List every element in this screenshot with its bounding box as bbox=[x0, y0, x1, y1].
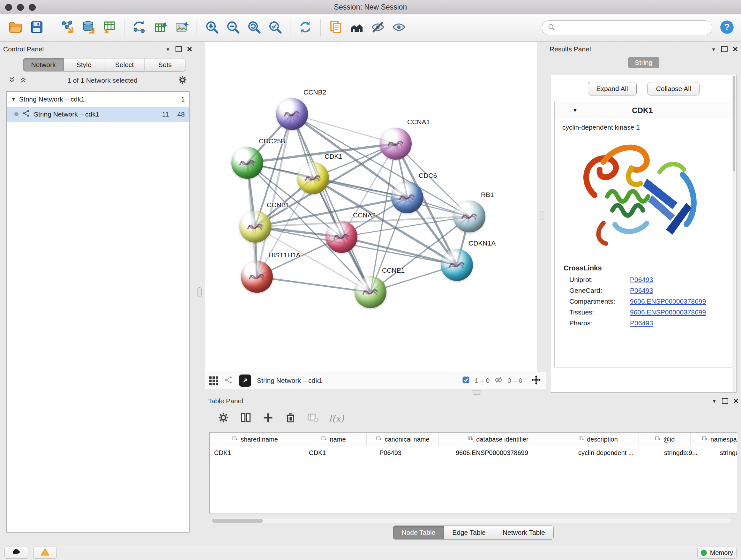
tree-expand-icon[interactable]: ▼ bbox=[11, 97, 16, 102]
column-header[interactable]: description bbox=[557, 433, 639, 446]
annotations-button[interactable] bbox=[326, 18, 346, 38]
network-node-ccna1[interactable] bbox=[380, 128, 412, 160]
panel-float-icon[interactable] bbox=[722, 398, 728, 404]
birdseye-button[interactable] bbox=[347, 18, 367, 38]
tab-select[interactable]: Select bbox=[105, 58, 145, 71]
network-node-cdkn1a[interactable] bbox=[441, 249, 473, 281]
network-node-ccnb2[interactable] bbox=[276, 98, 308, 130]
window-zoom-button[interactable] bbox=[29, 4, 36, 11]
import-table-button[interactable] bbox=[99, 18, 119, 38]
section-expand-icon[interactable]: ▼ bbox=[572, 108, 578, 113]
expand-all-networks-icon[interactable] bbox=[8, 76, 16, 85]
tab-edge-table[interactable]: Edge Table bbox=[444, 525, 494, 540]
network-node-cdc6[interactable] bbox=[391, 181, 423, 213]
network-collection-row[interactable]: ▼ String Network – cdk1 1 bbox=[7, 91, 189, 107]
panel-close-icon[interactable]: × bbox=[187, 46, 192, 52]
cell-canonical-name[interactable]: P06493 bbox=[375, 446, 451, 459]
right-splitter-handle[interactable] bbox=[540, 211, 544, 220]
show-all-button[interactable] bbox=[389, 18, 409, 38]
cloud-status-button[interactable] bbox=[4, 547, 28, 559]
crosslink-pharos-link[interactable]: P06493 bbox=[630, 319, 653, 327]
network-node-ccna2[interactable] bbox=[326, 221, 357, 253]
crosslink-uniprot-link[interactable]: P06493 bbox=[630, 276, 653, 284]
network-options-gear-icon[interactable] bbox=[178, 75, 188, 86]
panel-collapse-icon[interactable]: ▼ bbox=[711, 47, 716, 52]
cell-name[interactable]: CDK1 bbox=[305, 446, 375, 459]
column-header[interactable]: database identifier bbox=[439, 433, 557, 446]
zoom-out-button[interactable] bbox=[223, 18, 243, 38]
left-splitter-handle[interactable] bbox=[197, 287, 202, 297]
delete-table-icon[interactable] bbox=[307, 411, 319, 425]
expand-all-button[interactable]: Expand All bbox=[588, 82, 636, 96]
network-from-table-button[interactable] bbox=[151, 18, 171, 38]
network-node-hist1h1a[interactable] bbox=[241, 261, 273, 293]
selected-checkbox-icon[interactable] bbox=[461, 375, 470, 386]
results-scrollbar[interactable] bbox=[732, 76, 736, 392]
hidden-eye-icon[interactable] bbox=[494, 375, 503, 386]
crosslink-tissues-link[interactable]: 9606.ENSP00000378699 bbox=[630, 308, 706, 316]
add-column-icon[interactable] bbox=[262, 411, 274, 425]
bottom-splitter-handle[interactable] bbox=[472, 390, 481, 395]
network-node-cdk1[interactable] bbox=[297, 162, 329, 194]
cell-description[interactable]: cyclin-dependent ... bbox=[574, 446, 660, 459]
table-horizontal-scrollbar[interactable] bbox=[211, 518, 731, 523]
network-canvas[interactable]: CCNB2CCNA1CDC25BCDK1CDC6RB1CCNB1CCNA2CDK… bbox=[205, 42, 537, 372]
help-button[interactable]: ? bbox=[719, 19, 735, 36]
fit-content-icon[interactable] bbox=[531, 374, 542, 387]
share-view-icon[interactable] bbox=[224, 375, 233, 386]
collapse-all-networks-icon[interactable] bbox=[19, 76, 27, 85]
hide-selection-button[interactable] bbox=[368, 18, 388, 38]
window-minimize-button[interactable] bbox=[17, 4, 24, 11]
save-session-button[interactable] bbox=[27, 18, 47, 38]
panel-float-icon[interactable] bbox=[721, 46, 728, 52]
node-section-header[interactable]: ▼ CDK1 bbox=[555, 102, 733, 119]
table-row[interactable]: CDK1 CDK1 P06493 9606.ENSP00000378699 cy… bbox=[210, 446, 737, 459]
panel-close-icon[interactable]: × bbox=[733, 46, 738, 52]
panel-close-icon[interactable]: × bbox=[733, 398, 738, 404]
column-header[interactable]: canonical name bbox=[367, 433, 439, 446]
memory-button[interactable]: Memory bbox=[697, 547, 737, 559]
tab-network[interactable]: Network bbox=[23, 58, 64, 71]
panel-collapse-icon[interactable]: ▼ bbox=[712, 398, 717, 404]
import-network-button[interactable] bbox=[57, 18, 77, 38]
network-node-rb1[interactable] bbox=[454, 200, 485, 233]
function-builder-icon[interactable]: f(x) bbox=[329, 413, 344, 424]
crosslink-compartments-link[interactable]: 9606.ENSP00000378699 bbox=[630, 298, 706, 305]
tab-style[interactable]: Style bbox=[64, 58, 105, 71]
network-row[interactable]: String Network – cdk1 11 48 bbox=[7, 107, 189, 122]
table-settings-gear-icon[interactable] bbox=[217, 411, 230, 425]
open-in-window-button[interactable] bbox=[239, 374, 251, 387]
column-header[interactable]: namespace bbox=[690, 433, 737, 446]
network-node-cdc25b[interactable] bbox=[231, 147, 263, 179]
panel-collapse-icon[interactable]: ▼ bbox=[165, 47, 171, 52]
delete-column-icon[interactable] bbox=[284, 411, 297, 425]
search-input[interactable] bbox=[559, 24, 707, 32]
zoom-in-button[interactable] bbox=[202, 18, 222, 38]
grid-view-icon[interactable] bbox=[209, 376, 218, 385]
cell-database-identifier[interactable]: 9606.ENSP00000378699 bbox=[451, 446, 574, 459]
cell-shared-name[interactable]: CDK1 bbox=[210, 446, 305, 459]
zoom-fit-button[interactable] bbox=[244, 18, 264, 38]
column-header[interactable]: shared name bbox=[210, 433, 300, 446]
tab-sets[interactable]: Sets bbox=[145, 58, 185, 71]
crosslink-genecard-link[interactable]: P06493 bbox=[630, 287, 653, 294]
tab-network-table[interactable]: Network Table bbox=[494, 525, 554, 540]
export-image-button[interactable] bbox=[172, 18, 192, 38]
warnings-button[interactable] bbox=[33, 547, 57, 559]
column-header[interactable]: name bbox=[300, 433, 367, 446]
import-database-button[interactable] bbox=[78, 18, 98, 38]
refresh-view-button[interactable] bbox=[295, 18, 315, 38]
network-node-ccnb1[interactable] bbox=[239, 211, 271, 243]
network-node-ccne1[interactable] bbox=[354, 276, 387, 308]
collapse-all-button[interactable]: Collapse All bbox=[648, 82, 700, 96]
show-columns-icon[interactable] bbox=[239, 411, 252, 425]
cell-namespace[interactable]: stringdb bbox=[716, 446, 737, 459]
cell-id[interactable]: stringdb:9... bbox=[660, 446, 716, 459]
window-close-button[interactable] bbox=[5, 4, 12, 11]
open-session-button[interactable] bbox=[6, 18, 25, 38]
panel-float-icon[interactable] bbox=[176, 46, 182, 52]
tab-node-table[interactable]: Node Table bbox=[393, 525, 444, 540]
column-header[interactable]: @id bbox=[639, 433, 690, 446]
new-network-button[interactable] bbox=[130, 18, 149, 38]
tab-string-results[interactable]: String bbox=[628, 57, 660, 68]
